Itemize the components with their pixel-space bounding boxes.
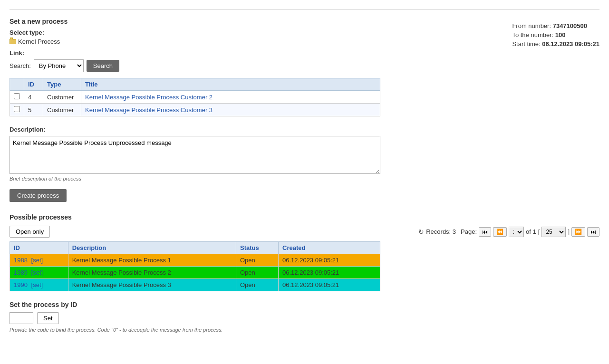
- row-id: 5: [24, 104, 43, 116]
- pp-row-id: 1989 [set]: [10, 267, 68, 279]
- page-label: Page:: [461, 228, 477, 235]
- pp-col-created: Created: [279, 242, 380, 254]
- process-id-link[interactable]: 1989: [14, 269, 28, 276]
- select-type-section: Select type: Kernel Process: [10, 29, 512, 46]
- bracket-open: [: [538, 228, 540, 235]
- kernel-process-label: Kernel Process: [18, 38, 60, 45]
- row-type: Customer: [43, 104, 81, 116]
- create-process-button[interactable]: Create process: [10, 189, 67, 202]
- title-link[interactable]: Kernel Message Possible Process Customer…: [85, 94, 213, 101]
- pp-row-id: 1990 [set]: [10, 279, 68, 291]
- page-select[interactable]: 1: [509, 227, 524, 237]
- row-title[interactable]: Kernel Message Possible Process Customer…: [81, 91, 380, 104]
- col-checkbox: [10, 78, 24, 91]
- pp-col-id: ID: [10, 242, 68, 254]
- search-button[interactable]: Search: [87, 60, 119, 72]
- select-type-label: Select type:: [10, 29, 44, 36]
- col-type: Type: [43, 78, 81, 91]
- description-section: Description: Kernel Message Possible Pro…: [10, 126, 512, 182]
- bracket-close: ]: [568, 228, 570, 235]
- col-title: Title: [81, 78, 380, 91]
- search-results-table: ID Type Title 4 Customer Kernel Message …: [10, 78, 380, 116]
- start-time-label: Start time:: [512, 40, 540, 48]
- row-title[interactable]: Kernel Message Possible Process Customer…: [81, 104, 380, 116]
- pp-row-created: 06.12.2023 09:05:21: [279, 267, 380, 279]
- pp-row-description: Kernel Message Possible Process 1: [68, 254, 236, 267]
- pp-row-status: Open: [236, 267, 278, 279]
- folder-icon: Kernel Process: [10, 38, 60, 45]
- pp-col-status: Status: [236, 242, 278, 254]
- row-checkbox[interactable]: [14, 106, 20, 112]
- description-label: Description:: [10, 126, 46, 133]
- set-hint: Provide the code to bind the process. Co…: [10, 327, 599, 333]
- title-link[interactable]: Kernel Message Possible Process Customer…: [85, 106, 213, 114]
- pp-row-created: 06.12.2023 09:05:21: [279, 279, 380, 291]
- start-time-value: 06.12.2023 09:05:21: [542, 40, 599, 48]
- set-by-id-section: Set the process by ID Set Provide the co…: [10, 301, 599, 333]
- row-id: 4: [24, 91, 43, 104]
- process-set-link[interactable]: [set]: [31, 281, 43, 288]
- set-button[interactable]: Set: [37, 312, 59, 324]
- possible-processes-table: ID Description Status Created 1988 [set]…: [10, 241, 380, 291]
- open-only-button[interactable]: Open only: [10, 226, 50, 238]
- list-item: 1988 [set] Kernel Message Possible Proce…: [10, 254, 380, 267]
- list-item: 1990 [set] Kernel Message Possible Proce…: [10, 279, 380, 291]
- table-row: 4 Customer Kernel Message Possible Proce…: [10, 91, 380, 104]
- row-type: Customer: [43, 91, 81, 104]
- first-page-button[interactable]: ⏮: [479, 227, 491, 237]
- pp-col-description: Description: [68, 242, 236, 254]
- table-row: 5 Customer Kernel Message Possible Proce…: [10, 104, 380, 116]
- pp-row-status: Open: [236, 254, 278, 267]
- pp-row-id: 1988 [set]: [10, 254, 68, 267]
- description-hint: Brief description of the process: [10, 176, 512, 182]
- possible-processes-section: Possible processes Open only ↻ Records: …: [10, 213, 599, 291]
- list-item: 1989 [set] Kernel Message Possible Proce…: [10, 267, 380, 279]
- from-number-label: From number:: [512, 22, 551, 29]
- page-title: Set a new process: [10, 18, 512, 25]
- possible-processes-title: Possible processes: [10, 213, 599, 221]
- next-button[interactable]: ⏩: [571, 227, 585, 237]
- pp-toolbar: Open only ↻ Records: 3 Page: ⏮ ⏪ 1 of 1 …: [10, 226, 599, 238]
- process-set-link[interactable]: [set]: [31, 257, 43, 264]
- of-text: of 1: [526, 228, 536, 235]
- process-id-link[interactable]: 1988: [14, 257, 28, 264]
- search-type-select[interactable]: By Phone By Email By Name: [34, 59, 84, 72]
- row-checkbox[interactable]: [14, 93, 20, 99]
- info-section: From number: 7347100500 To the number: 1…: [512, 18, 599, 49]
- records-info: Records: 3: [426, 228, 456, 235]
- pp-row-description: Kernel Message Possible Process 3: [68, 279, 236, 291]
- search-prefix: Search:: [10, 62, 31, 69]
- pagination: ↻ Records: 3 Page: ⏮ ⏪ 1 of 1 [ 10 25 50…: [418, 227, 599, 237]
- description-textarea[interactable]: Kernel Message Possible Process Unproces…: [10, 136, 380, 174]
- process-id-link[interactable]: 1990: [14, 281, 28, 288]
- refresh-icon[interactable]: ↻: [418, 228, 424, 236]
- prev-fast-button[interactable]: ⏪: [493, 227, 507, 237]
- pp-row-status: Open: [236, 279, 278, 291]
- process-id-input[interactable]: [10, 312, 33, 324]
- set-by-id-title: Set the process by ID: [10, 301, 599, 308]
- pp-row-created: 06.12.2023 09:05:21: [279, 254, 380, 267]
- last-page-button[interactable]: ⏭: [587, 227, 599, 237]
- to-number-value: 100: [555, 31, 566, 38]
- per-page-select[interactable]: 10 25 50 100: [541, 227, 566, 237]
- link-section: Link: Search: By Phone By Email By Name …: [10, 49, 512, 72]
- to-number-label: To the number:: [512, 31, 553, 38]
- process-set-link[interactable]: [set]: [31, 269, 43, 276]
- col-id: ID: [24, 78, 43, 91]
- from-number-value: 7347100500: [553, 22, 587, 29]
- link-label: Link:: [10, 49, 24, 57]
- pp-row-description: Kernel Message Possible Process 2: [68, 267, 236, 279]
